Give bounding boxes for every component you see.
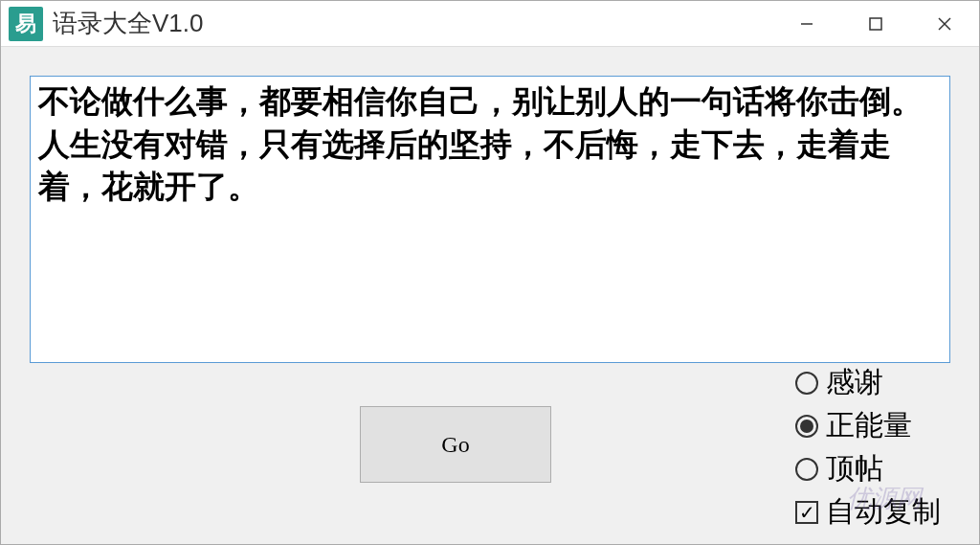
radio-icon (795, 458, 818, 481)
svg-rect-1 (870, 18, 881, 30)
radio-bump[interactable]: 顶帖 (795, 449, 941, 488)
checkbox-label: 自动复制 (826, 492, 941, 532)
close-icon (937, 16, 952, 32)
radio-label: 正能量 (826, 406, 912, 445)
minimize-icon (799, 16, 814, 32)
radio-icon (795, 415, 818, 438)
checkbox-autocopy[interactable]: ✓ 自动复制 (795, 492, 941, 532)
quote-textarea[interactable] (30, 76, 950, 363)
bottom-area: Go 感谢 正能量 顶帖 ✓ 自动复制 优源网 (30, 363, 950, 534)
radio-thanks[interactable]: 感谢 (795, 363, 941, 402)
content-area: Go 感谢 正能量 顶帖 ✓ 自动复制 优源网 (1, 47, 979, 544)
radio-positive[interactable]: 正能量 (795, 406, 941, 445)
app-window: 易 语录大全V1.0 Go 感谢 (0, 0, 980, 545)
maximize-button[interactable] (841, 1, 910, 46)
go-button[interactable]: Go (360, 406, 551, 483)
window-title: 语录大全V1.0 (53, 7, 772, 40)
radio-label: 感谢 (826, 363, 883, 402)
app-icon: 易 (9, 7, 43, 41)
maximize-icon (869, 17, 882, 31)
window-controls (772, 1, 979, 46)
minimize-button[interactable] (772, 1, 841, 46)
options-panel: 感谢 正能量 顶帖 ✓ 自动复制 (795, 363, 941, 532)
radio-label: 顶帖 (826, 449, 883, 488)
radio-icon (795, 372, 818, 395)
checkbox-icon: ✓ (795, 501, 818, 524)
close-button[interactable] (910, 1, 979, 46)
titlebar: 易 语录大全V1.0 (1, 1, 979, 47)
